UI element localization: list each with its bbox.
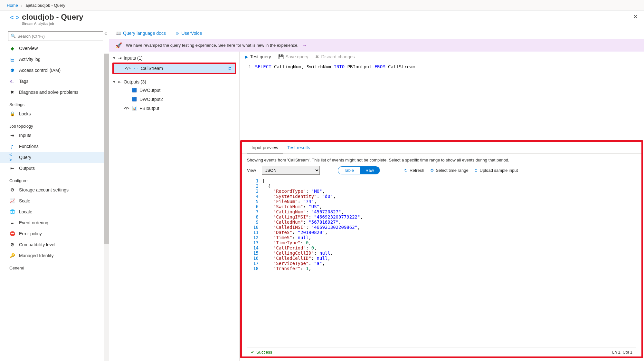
outputs-icon: ⇤ <box>118 79 122 84</box>
toggle-table[interactable]: Table <box>338 167 360 174</box>
sql-icon: 🟦 <box>132 88 137 93</box>
nav-item-label: Locks <box>19 111 31 116</box>
resource-icon: < > <box>10 14 19 21</box>
sql-icon: 🟦 <box>132 97 137 102</box>
preview-controls: View JSON Table Raw ↻Refresh ⚙S <box>247 166 636 175</box>
sidebar-item-tags[interactable]: 🏷Tags <box>0 76 109 87</box>
sidebar-nav: ◆Overview▤Activity log⚉Access control (I… <box>0 43 109 361</box>
main: ▼ ⇥ Inputs (1) </> ▭ CallStream 🗎 <box>109 52 644 361</box>
info-banner[interactable]: 🚀 We have revamped the query testing exp… <box>109 39 644 52</box>
sidebar-scrollbar[interactable] <box>104 53 109 361</box>
nav-item-label: Managed Identity <box>19 253 53 258</box>
nav-item-label: Activity log <box>19 57 41 62</box>
output-dwoutput2[interactable]: 🟦DWOutput2 <box>112 95 236 104</box>
sidebar-item-compatibility-level[interactable]: ⚙Compatibility level <box>0 239 109 250</box>
sidebar-item-overview[interactable]: ◆Overview <box>0 43 109 54</box>
sidebar-item-event-ordering[interactable]: ≡Event ordering <box>0 217 109 228</box>
sidebar-item-managed-identity[interactable]: 🔑Managed Identity <box>0 250 109 261</box>
preview-info: Showing events from 'CallStream'. This l… <box>247 156 636 166</box>
json-line: 4 "SystemIdentity": "d0", <box>247 194 636 199</box>
preview-panel: Input preview Test results Showing event… <box>240 140 643 358</box>
select-time-range-button[interactable]: ⚙Select time range <box>430 168 469 173</box>
inputs-group: ▼ ⇥ Inputs (1) </> ▭ CallStream 🗎 <box>112 54 236 74</box>
sidebar-item-outputs[interactable]: ⇤Outputs <box>0 163 109 174</box>
json-line: 5 "FileNum": "74", <box>247 199 636 204</box>
sidebar-item-query[interactable]: < >Query <box>0 152 109 163</box>
nav-item-label: Overview <box>19 46 38 51</box>
tab-test-results[interactable]: Test results <box>283 142 315 153</box>
view-select[interactable]: JSON <box>262 166 320 175</box>
nav-item-label: Functions <box>19 144 39 149</box>
save-icon: 💾 <box>278 54 284 59</box>
json-viewer[interactable]: 1[2 {3 "RecordType": "MO",4 "SystemIdent… <box>247 178 636 347</box>
sidebar-item-inputs[interactable]: ⇥Inputs <box>0 130 109 141</box>
nav-item-icon: 📈 <box>9 198 15 204</box>
json-line: 3 "RecordType": "MO", <box>247 189 636 194</box>
search-icon: 🔍 <box>11 34 16 38</box>
json-line: 16 "CalledCellID": null, <box>247 256 636 261</box>
output-name: DWOutput <box>139 88 160 93</box>
nav-item-icon: ◆ <box>9 45 15 51</box>
sidebar-item-access-control-iam-[interactable]: ⚉Access control (IAM) <box>0 65 109 76</box>
json-line: 10 "CalledIMSI": "466921302209862", <box>247 225 636 230</box>
nav-item-icon: ✖ <box>9 89 15 95</box>
nav-item-icon: ≡ <box>9 220 15 226</box>
query-line: SELECT CallingNum, SwitchNum INTO PBIout… <box>255 64 415 138</box>
nav-item-icon: ⇥ <box>9 132 15 138</box>
query-editor[interactable]: 1 SELECT CallingNum, SwitchNum INTO PBIo… <box>240 62 644 140</box>
app-root: Home › ajetacloudjob - Query < > cloudjo… <box>0 0 644 361</box>
sidebar-item-functions[interactable]: ƒFunctions <box>0 141 109 152</box>
output-dwoutput[interactable]: 🟦DWOutput <box>112 86 236 95</box>
nav-item-icon: ⚉ <box>9 67 15 73</box>
sidebar-item-scale[interactable]: 📈Scale <box>0 195 109 206</box>
book-icon: 📖 <box>116 31 121 36</box>
highlighted-input: </> ▭ CallStream 🗎 <box>112 63 236 74</box>
uservoice-link[interactable]: ☺ UserVoice <box>175 31 202 36</box>
json-line: 11 "DateS": "20190820", <box>247 230 636 235</box>
query-language-docs-label: Query language docs <box>123 31 166 36</box>
toggle-raw[interactable]: Raw <box>360 167 380 174</box>
smile-icon: ☺ <box>175 31 179 36</box>
test-query-button[interactable]: ▶ Test query <box>245 54 271 59</box>
sidebar-item-locale[interactable]: 🌐Locale <box>0 206 109 217</box>
output-name: PBIoutput <box>139 106 159 111</box>
sidebar-item-diagnose-and-solve-problems[interactable]: ✖Diagnose and solve problems <box>0 87 109 98</box>
query-language-docs-link[interactable]: 📖 Query language docs <box>116 31 166 36</box>
nav-item-icon: 🔒 <box>9 111 15 117</box>
search-input[interactable] <box>8 31 103 41</box>
json-line: 7 "CallingNum": "456720827", <box>247 209 636 214</box>
preview-body: Showing events from 'CallStream'. This l… <box>242 154 641 356</box>
file-icon: 🗎 <box>228 66 232 71</box>
outputs-header[interactable]: ▼ ⇤ Outputs (3) <box>112 78 236 86</box>
upload-sample-button[interactable]: ↥Upload sample input <box>474 168 518 173</box>
close-icon[interactable]: ✕ <box>633 13 638 20</box>
sidebar-item-storage-account-settings[interactable]: ⚙Storage account settings <box>0 184 109 195</box>
sidebar-item-error-policy[interactable]: ⛔Error policy <box>0 228 109 239</box>
output-pbioutput[interactable]: </>📊PBIoutput <box>112 104 236 113</box>
json-line: 12 "TimeS": null, <box>247 235 636 240</box>
status-success: ✔Success <box>251 350 272 355</box>
output-name: DWOutput2 <box>139 97 163 102</box>
outputs-group: ▼ ⇤ Outputs (3) 🟦DWOutput🟦DWOutput2</>📊P… <box>112 78 236 113</box>
page-subtitle: Stream Analytics job <box>22 22 83 25</box>
sidebar-item-activity-log[interactable]: ▤Activity log <box>0 54 109 65</box>
nav-item-icon: 🏷 <box>9 78 15 84</box>
inputs-icon: ⇥ <box>118 55 122 61</box>
tab-input-preview[interactable]: Input preview <box>247 142 283 153</box>
input-callstream[interactable]: </> ▭ CallStream 🗎 <box>114 64 235 73</box>
nav-item-label: Query <box>19 155 31 160</box>
nav-item-icon: ▤ <box>9 56 15 62</box>
nav-item-label: Storage account settings <box>19 187 69 192</box>
code-icon: </> <box>125 66 130 71</box>
json-line: 15 "CallingCellID": null, <box>247 250 636 256</box>
discard-changes-label: Discard changes <box>321 54 355 59</box>
sidebar-item-locks[interactable]: 🔒Locks <box>0 108 109 119</box>
refresh-button[interactable]: ↻Refresh <box>404 168 424 173</box>
nav-item-label: Event ordering <box>19 220 48 225</box>
uservoice-label: UserVoice <box>181 31 202 36</box>
breadcrumb-home[interactable]: Home <box>7 3 18 8</box>
nav-item-label: Error policy <box>19 231 42 236</box>
breadcrumb: Home › ajetacloudjob - Query <box>0 0 644 11</box>
inputs-header[interactable]: ▼ ⇥ Inputs (1) <box>112 54 236 62</box>
save-query-button: 💾 Save query <box>278 54 308 59</box>
